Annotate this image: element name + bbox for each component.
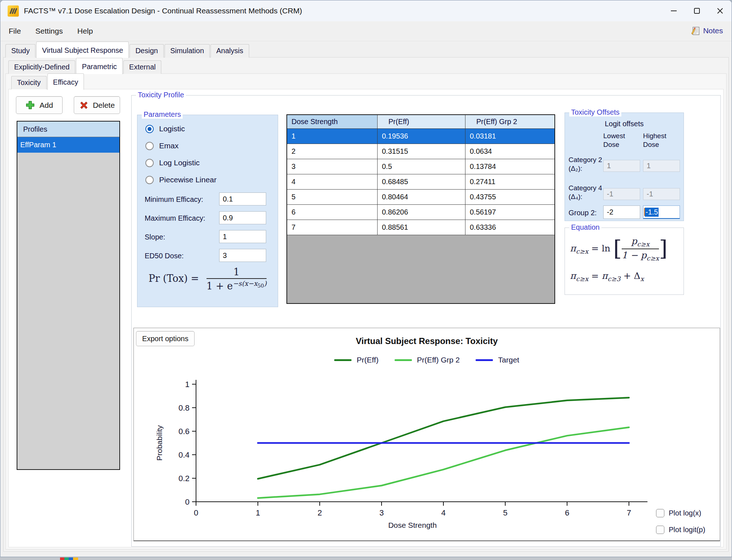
minimize-button[interactable] (662, 0, 685, 21)
radio-unselected-icon[interactable] (145, 142, 154, 150)
svg-text:0.4: 0.4 (178, 450, 190, 459)
table-header-cell[interactable]: Pr(Eff) Grp 2 (465, 115, 554, 128)
tab-external[interactable]: External (123, 60, 161, 74)
radio-label: Logistic (159, 124, 185, 133)
table-cell: 0.31515 (378, 144, 465, 159)
radio-selected-icon[interactable] (145, 125, 154, 133)
svg-text:6: 6 (565, 508, 569, 517)
table-cell: 5 (287, 190, 378, 204)
add-plus-icon (25, 100, 35, 110)
parameter-field-label: Slope: (145, 233, 165, 241)
highest-dose-column-header: Highest Dose (643, 132, 678, 149)
table-row[interactable]: 40.684850.27411 (287, 174, 554, 190)
table-cell: 0.03181 (465, 129, 554, 144)
add-profile-button[interactable]: Add (16, 96, 63, 114)
menu-item-help[interactable]: Help (71, 24, 99, 38)
delete-x-icon (79, 101, 89, 110)
application-window: FACTS™ v7.1 Dose Escalation Design - Con… (0, 0, 732, 560)
profiles-list: Profiles EffParam 1 (17, 121, 120, 470)
table-row[interactable]: 70.885610.63336 (287, 220, 554, 235)
table-cell: 1 (287, 129, 378, 144)
plot-logitp-option[interactable]: Plot logit(p) (656, 526, 705, 534)
parameter-field-input[interactable] (219, 249, 266, 262)
radio-label: Piecewise Linear (159, 175, 217, 184)
tab-simulation[interactable]: Simulation (165, 44, 210, 58)
group2-lowest-field[interactable] (603, 205, 640, 219)
table-header-cell[interactable]: Pr(Eff) (378, 115, 465, 128)
table-cell: 0.86206 (378, 205, 465, 220)
radio-unselected-icon[interactable] (145, 176, 154, 184)
table-cell: 0.5 (378, 159, 465, 174)
chart-panel: Export options Virtual Subject Response:… (133, 328, 720, 541)
table-header-cell[interactable]: Dose Strength (287, 115, 378, 128)
tab-virtual-subject-response[interactable]: Virtual Subject Response (36, 42, 129, 58)
menu-bar: FileSettingsHelp Notes (0, 21, 732, 41)
parametric-tabstrip: Explicitly-DefinedParametricExternal (8, 59, 162, 74)
svg-text:1: 1 (185, 380, 190, 389)
tab-toxicity[interactable]: Toxicity (11, 76, 47, 89)
parameters-label: Parameters (142, 110, 183, 119)
group2-label: Group 2: (569, 208, 597, 217)
maximize-button[interactable] (685, 0, 708, 21)
radio-option-piecewise-linear[interactable]: Piecewise Linear (145, 175, 278, 184)
menu-item-settings[interactable]: Settings (29, 24, 69, 38)
table-row[interactable]: 30.50.13784 (287, 159, 554, 174)
radio-option-log-logistic[interactable]: Log Logistic (145, 158, 278, 167)
equation-label: Equation (569, 223, 601, 232)
tab-explicitly-defined[interactable]: Explicitly-Defined (8, 60, 75, 74)
lowest-dose-column-header: Lowest Dose (603, 132, 638, 149)
radio-option-logistic[interactable]: Logistic (145, 124, 278, 133)
svg-text:1: 1 (256, 508, 260, 517)
table-row[interactable]: 10.195360.03181 (287, 129, 554, 144)
table-row[interactable]: 50.804640.43755 (287, 190, 554, 205)
notes-button[interactable]: Notes (688, 24, 726, 37)
legend-label: Pr(Eff) Grp 2 (417, 356, 460, 364)
category4-highest-field (643, 188, 680, 200)
legend-swatch-icon (476, 359, 493, 361)
parameter-field-input[interactable] (219, 192, 266, 205)
svg-text:0: 0 (185, 497, 190, 506)
logit-offsets-header: Logit offsets (565, 119, 684, 128)
close-button[interactable] (708, 0, 732, 21)
radio-unselected-icon[interactable] (145, 159, 154, 167)
group2-highest-field[interactable]: -1.5 (643, 205, 680, 219)
tab-analysis[interactable]: Analysis (210, 44, 249, 58)
chart-title: Virtual Subject Response: Toxicity (134, 336, 720, 346)
table-cell: 6 (287, 205, 378, 220)
table-row[interactable]: 20.315150.0634 (287, 144, 554, 159)
tab-design[interactable]: Design (129, 44, 163, 58)
dose-response-table: Dose StrengthPr(Eff)Pr(Eff) Grp 2 10.195… (286, 114, 555, 304)
parameter-field-row: Slope: (145, 230, 278, 249)
radio-label: Emax (159, 141, 179, 150)
plot-logx-checkbox[interactable] (656, 509, 664, 517)
parameter-field-input[interactable] (219, 230, 266, 243)
maximize-icon (693, 7, 701, 15)
parameters-groupbox: Parameters LogisticEmaxLog LogisticPiece… (137, 115, 278, 307)
radio-option-emax[interactable]: Emax (145, 141, 278, 150)
parameter-field-row: Maximum Efficacy: (145, 211, 278, 230)
table-row[interactable]: 60.862060.56197 (287, 205, 554, 220)
category4-lowest-field (603, 188, 640, 200)
response-tabstrip: ToxicityEfficacy (11, 75, 85, 89)
parameter-field-input[interactable] (219, 211, 266, 224)
menu-item-file[interactable]: File (3, 24, 27, 38)
profile-list-item[interactable]: EffParam 1 (17, 137, 119, 153)
table-cell: 2 (287, 144, 378, 159)
plot-logitp-checkbox[interactable] (656, 526, 664, 534)
notes-icon (690, 26, 701, 36)
tab-parametric[interactable]: Parametric (76, 58, 123, 74)
chart-plot-area: 0123456700.20.40.60.81ProbabilityDose St… (134, 364, 720, 533)
table-cell: 0.19536 (378, 129, 465, 144)
delete-button-label: Delete (93, 101, 115, 110)
taskbar-icon (60, 557, 78, 560)
tab-study[interactable]: Study (5, 44, 35, 58)
delete-profile-button[interactable]: Delete (74, 96, 120, 114)
category2-highest-field (643, 160, 680, 172)
table-cell: 0.68485 (378, 174, 465, 189)
tab-efficacy[interactable]: Efficacy (47, 73, 84, 90)
svg-text:0.2: 0.2 (178, 474, 190, 483)
logit-equation-1: πc≥x = ln [pc≥x1 − pc≥x] (570, 236, 668, 262)
logit-equation-2: πc≥x = πc≥3 + Δx (570, 271, 644, 283)
table-cell: 0.80464 (378, 190, 465, 204)
plot-logx-option[interactable]: Plot log(x) (656, 509, 701, 517)
